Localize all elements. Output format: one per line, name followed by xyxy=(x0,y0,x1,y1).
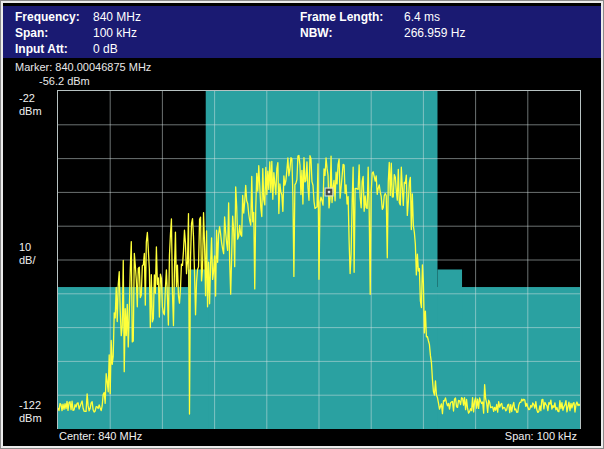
nbw-label: NBW: xyxy=(300,25,404,41)
marker-amplitude-readout: -56.2 dBm xyxy=(15,74,601,88)
nbw-row: NBW: 266.959 Hz xyxy=(300,25,601,41)
marker-frequency-readout: Marker: 840.00046875 MHz xyxy=(15,60,601,74)
frequency-value: 840 MHz xyxy=(93,9,141,25)
marker-readout-block: Marker: 840.00046875 MHz -56.2 dBm xyxy=(3,59,601,89)
frame-length-row: Frame Length: 6.4 ms xyxy=(300,9,601,25)
span-row: Span: 100 kHz xyxy=(15,25,300,41)
ref-level-unit: dBm xyxy=(19,105,57,118)
scale-value: 10 xyxy=(19,241,57,254)
plot-footer: Center: 840 MHz Span: 100 kHz xyxy=(3,429,601,445)
bottom-level-value: -122 xyxy=(19,399,57,412)
settings-left-column: Frequency: 840 MHz Span: 100 kHz Input A… xyxy=(15,9,300,57)
span-label: Span: xyxy=(15,25,93,41)
scale-unit: dB/ xyxy=(19,254,57,267)
frame-length-label: Frame Length: xyxy=(300,9,404,25)
span-readout: Span: 100 kHz xyxy=(505,430,577,445)
spectrum-plot xyxy=(57,90,581,430)
frequency-label: Frequency: xyxy=(15,9,93,25)
frequency-row: Frequency: 840 MHz xyxy=(15,9,300,25)
scale-per-div-label: 10 dB/ xyxy=(19,241,57,267)
bottom-level-unit: dBm xyxy=(19,412,57,425)
input-att-label: Input Att: xyxy=(15,41,93,57)
input-att-value: 0 dB xyxy=(93,41,118,57)
span-value: 100 kHz xyxy=(93,25,137,41)
instrument-bezel: Frequency: 840 MHz Span: 100 kHz Input A… xyxy=(0,0,604,449)
settings-right-column: Frame Length: 6.4 ms NBW: 266.959 Hz xyxy=(300,9,601,41)
frame-length-value: 6.4 ms xyxy=(404,9,440,25)
nbw-value: 266.959 Hz xyxy=(404,25,465,41)
ref-level-label: -22 dBm xyxy=(19,92,57,118)
settings-header: Frequency: 840 MHz Span: 100 kHz Input A… xyxy=(3,6,601,58)
spectrum-trace-svg xyxy=(58,91,580,429)
input-att-row: Input Att: 0 dB xyxy=(15,41,300,57)
center-frequency-readout: Center: 840 MHz xyxy=(59,430,142,445)
marker-symbol xyxy=(325,188,334,197)
spectrum-analyzer-screen: Frequency: 840 MHz Span: 100 kHz Input A… xyxy=(3,3,601,446)
bottom-level-label: -122 dBm xyxy=(19,399,57,425)
ref-level-value: -22 xyxy=(19,92,57,105)
